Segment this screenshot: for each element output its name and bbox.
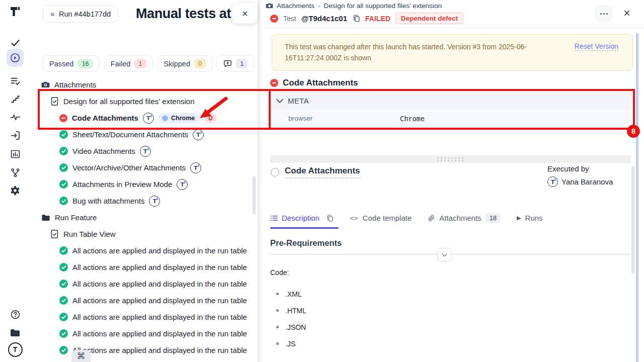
comment-plus-icon	[223, 59, 232, 68]
tree-item[interactable]: All actions are applied and displayed in…	[30, 325, 258, 342]
dependent-defect-badge[interactable]: Dependent defect	[395, 13, 463, 24]
app-logo-icon[interactable]	[0, 4, 30, 19]
filter-failed-chip[interactable]: Failed 1	[104, 55, 153, 72]
passed-status-icon	[59, 313, 68, 321]
chevron-down-icon	[276, 96, 283, 103]
tree-item[interactable]: Run Table View	[30, 226, 258, 242]
test-header-row: Test @T9d4c1c01 FAILED Dependent defect	[270, 13, 463, 24]
tree-item[interactable]: Design for all supported files' extensio…	[30, 93, 258, 110]
executed-by-block: Executed by T Yana Baranova	[547, 164, 623, 187]
panel-edge-stripe	[636, 33, 638, 362]
bullet-icon	[276, 293, 279, 295]
tree-item[interactable]: Run Feature	[30, 209, 258, 226]
breadcrumb-root[interactable]: Attachments	[277, 2, 314, 10]
testomat-source-icon: T	[149, 196, 160, 207]
back-to-run-button[interactable]: « Run #44b177dd	[43, 5, 118, 23]
breadcrumb-separator: ›	[318, 2, 320, 10]
tab-description[interactable]: Description	[270, 214, 334, 222]
tree-item[interactable]: Vector/Archive/Other Attachments T	[30, 159, 258, 176]
tab-runs[interactable]: ▶ Runs	[517, 214, 543, 222]
import-nav-icon[interactable]	[0, 128, 30, 143]
testomat-source-icon: T	[143, 113, 154, 124]
runs-nav-icon[interactable]	[0, 50, 30, 65]
copy-test-id-icon[interactable]	[352, 14, 360, 23]
filter-passed-chip[interactable]: Passed 16	[43, 55, 100, 72]
breadcrumb-current[interactable]: Design for all supported files' extensio…	[324, 2, 442, 10]
detail-tabs: Description <> Code template Attachments…	[270, 213, 543, 223]
tab-attachments[interactable]: Attachments 18	[428, 213, 501, 223]
code-label: Code:	[270, 268, 289, 277]
tree-item[interactable]: Attachments	[30, 76, 258, 93]
filter-comments-chip[interactable]: 1	[217, 55, 254, 72]
left-panel-scrollbar[interactable]	[253, 176, 256, 214]
bullet-icon	[276, 326, 279, 328]
tree-item[interactable]: All actions are applied and displayed in…	[30, 309, 258, 325]
close-run-panel-button[interactable]: ×	[232, 3, 258, 24]
tab-code-template[interactable]: <> Code template	[350, 214, 412, 222]
tree-item[interactable]: Bug with attachments T	[30, 193, 258, 209]
branches-nav-icon[interactable]	[0, 165, 30, 180]
meta-collapse-header[interactable]: META	[270, 92, 630, 109]
analytics-nav-icon[interactable]	[0, 110, 30, 125]
testomat-source-icon: T	[190, 162, 201, 173]
tree-item-label: All actions are applied and displayed in…	[72, 313, 247, 321]
folder-icon	[41, 214, 50, 222]
tree-item-label: All actions are applied and displayed in…	[72, 346, 247, 354]
tree-item[interactable]: Code Attachments T Chrome D	[30, 110, 258, 126]
steps-nav-icon[interactable]	[0, 92, 30, 107]
tab-label: Code template	[363, 214, 412, 222]
code-icon: <>	[350, 214, 359, 222]
tree-item[interactable]: All actions are applied and displayed in…	[30, 292, 258, 309]
projects-folder-icon[interactable]	[0, 325, 30, 340]
collapse-section-button[interactable]	[437, 248, 452, 261]
tree-item-label: All actions are applied and displayed in…	[72, 263, 247, 272]
account-avatar[interactable]: T	[0, 342, 30, 357]
tree-item[interactable]: All actions are applied and displayed in…	[30, 259, 258, 276]
more-actions-button[interactable]	[595, 6, 612, 22]
tree-item[interactable]: All actions are applied and displayed in…	[30, 342, 258, 358]
run-panel: « Run #44b177dd Manual tests at Passed 1…	[30, 0, 258, 362]
reset-version-link[interactable]: Reset Version	[575, 42, 618, 51]
passed-status-icon	[59, 147, 68, 155]
version-warning-banner: This test was changed after this launch …	[272, 34, 633, 71]
list-item-text: .HTML	[285, 307, 306, 315]
help-icon[interactable]	[0, 307, 30, 322]
meta-row: browser Chrome	[270, 109, 630, 128]
close-detail-panel-button[interactable]: ×	[619, 6, 634, 21]
reports-nav-icon[interactable]	[0, 146, 30, 161]
camera-icon	[266, 3, 273, 9]
failed-status-icon	[270, 79, 278, 87]
result-test-title[interactable]: Code Attachments	[285, 166, 360, 178]
skipped-count-badge: 0	[194, 59, 206, 68]
detail-panel-scrollbar[interactable]	[631, 166, 634, 274]
list-item-text: .XML	[285, 290, 302, 298]
plans-nav-icon[interactable]	[0, 73, 30, 88]
test-tree: Attachments Design for all supported fil…	[30, 76, 258, 358]
tree-item[interactable]: All actions are applied and displayed in…	[30, 276, 258, 292]
section-title: Code Attachments	[283, 78, 358, 88]
annotation-number-badge: 8	[627, 125, 640, 138]
back-button-label: Run #44b177dd	[59, 10, 111, 18]
tree-item-label: Design for all supported files' extensio…	[63, 97, 195, 106]
tree-item-label: Code Attachments	[72, 114, 138, 122]
tree-item[interactable]: All actions are applied and displayed in…	[30, 242, 258, 259]
list-item: .JSON	[270, 319, 306, 335]
test-label: Test	[283, 15, 296, 23]
dependent-defect-marker: D	[204, 113, 217, 123]
tree-item[interactable]: Sheet/Text/Document Attachments T	[30, 126, 258, 143]
settings-gear-icon[interactable]	[0, 183, 30, 198]
unexecuted-status-icon	[271, 168, 279, 176]
copy-description-icon[interactable]	[326, 214, 334, 222]
tree-item[interactable]: Video Attachments T	[30, 143, 258, 159]
filter-skipped-chip[interactable]: Skipped 0	[157, 55, 213, 72]
comments-count-badge: 1	[236, 59, 248, 68]
tab-label: Description	[282, 214, 319, 222]
split-drag-handle[interactable]	[270, 155, 631, 163]
tree-item-label: Vector/Archive/Other Attachments	[72, 163, 186, 172]
paperclip-icon	[428, 214, 435, 222]
tree-item[interactable]: Attachments in Preview Mode T	[30, 176, 258, 193]
active-tab-underline	[270, 227, 339, 229]
bullet-icon	[276, 342, 279, 345]
tests-nav-icon[interactable]	[0, 35, 30, 50]
list-icon	[270, 215, 278, 222]
